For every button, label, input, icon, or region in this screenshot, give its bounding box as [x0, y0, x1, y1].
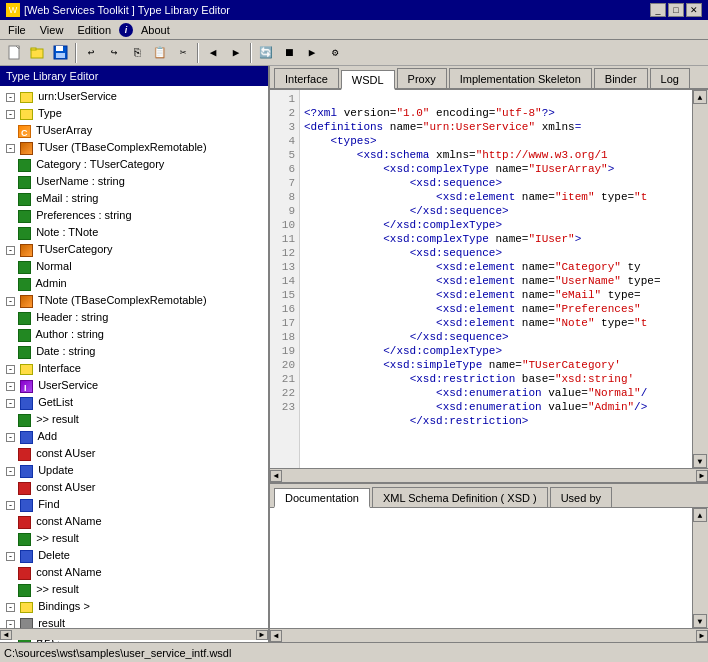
- tree-item-update[interactable]: - Update: [2, 462, 266, 479]
- tab-documentation[interactable]: Documentation: [274, 488, 370, 508]
- tree-item-userservice[interactable]: - UserService: [2, 377, 266, 394]
- v-scrollbar-bottom[interactable]: ▲ ▼: [692, 508, 708, 628]
- tree-item-author[interactable]: Author : string: [2, 326, 266, 343]
- menu-view[interactable]: View: [34, 22, 70, 38]
- tree-item-tnote[interactable]: - TNote (TBaseComplexRemotable): [2, 292, 266, 309]
- scroll-down-btn[interactable]: ▼: [693, 454, 707, 468]
- tree-item-find[interactable]: - Find: [2, 496, 266, 513]
- expand-update[interactable]: -: [6, 467, 15, 476]
- bottom-h-scroll-left[interactable]: ◀: [270, 630, 282, 642]
- expand-bindings[interactable]: -: [6, 603, 15, 612]
- tree-item-add-auser[interactable]: const AUser: [2, 445, 266, 462]
- tree-item-username[interactable]: UserName : string: [2, 173, 266, 190]
- svg-rect-2: [31, 48, 36, 50]
- scroll-left-btn[interactable]: ◀: [0, 630, 12, 640]
- window-title: [Web Services Toolkit ] Type Library Edi…: [24, 4, 230, 16]
- tab-used-by[interactable]: Used by: [550, 487, 612, 507]
- tree-item-find-result[interactable]: >> result: [2, 530, 266, 547]
- expand-delete[interactable]: -: [6, 552, 15, 561]
- save-button[interactable]: [50, 42, 72, 64]
- v-scrollbar-code[interactable]: ▲ ▼: [692, 90, 708, 468]
- back-button[interactable]: ◀: [202, 42, 224, 64]
- tree-item-delete[interactable]: - Delete: [2, 547, 266, 564]
- refresh-button[interactable]: 🔄: [255, 42, 277, 64]
- tree-item-admin[interactable]: Admin: [2, 275, 266, 292]
- tree-item-preferences[interactable]: Preferences : string: [2, 207, 266, 224]
- tree-item-tusercategory[interactable]: - TUserCategory: [2, 241, 266, 258]
- status-bar: C:\sources\wst\samples\user_service_intf…: [0, 642, 708, 662]
- menu-file[interactable]: File: [2, 22, 32, 38]
- tab-implementation-skeleton[interactable]: Implementation Skeleton: [449, 68, 592, 88]
- new-button[interactable]: [4, 42, 26, 64]
- menu-about[interactable]: About: [135, 22, 176, 38]
- expand-getlist[interactable]: -: [6, 399, 15, 408]
- tree-item-tuserarray[interactable]: TUserArray: [2, 122, 266, 139]
- cut-button[interactable]: ✂: [172, 42, 194, 64]
- info-icon: i: [119, 23, 133, 37]
- expand-tnote[interactable]: -: [6, 297, 15, 306]
- tree-item-header[interactable]: Header : string: [2, 309, 266, 326]
- tree-item-type[interactable]: - Type: [2, 105, 266, 122]
- h-scrollbar-left[interactable]: ◀ ▶: [0, 628, 268, 640]
- menu-edition[interactable]: Edition: [71, 22, 117, 38]
- paste-button[interactable]: 📋: [149, 42, 171, 64]
- tree-item-update-auser[interactable]: const AUser: [2, 479, 266, 496]
- tab-wsdl[interactable]: WSDL: [341, 70, 395, 90]
- code-scroll-right[interactable]: ▶: [696, 470, 708, 482]
- tree-item-email[interactable]: eMail : string: [2, 190, 266, 207]
- tree-item-tuser[interactable]: - TUser (TBaseComplexRemotable): [2, 139, 266, 156]
- tree-item-getlist[interactable]: - GetList: [2, 394, 266, 411]
- tree-container[interactable]: - urn:UserService - Type TUserArray: [0, 86, 268, 642]
- open-button[interactable]: [27, 42, 49, 64]
- expand-tuser[interactable]: -: [6, 144, 15, 153]
- h-scrollbar-bottom[interactable]: ◀ ▶: [270, 628, 708, 642]
- forward-button[interactable]: ▶: [225, 42, 247, 64]
- undo-button[interactable]: ↩: [80, 42, 102, 64]
- tree-item-find-aname[interactable]: const AName: [2, 513, 266, 530]
- left-panel-header: Type Library Editor: [0, 66, 268, 86]
- scroll-up-btn[interactable]: ▲: [693, 90, 707, 104]
- tab-proxy[interactable]: Proxy: [397, 68, 447, 88]
- expand-userservice[interactable]: -: [6, 382, 15, 391]
- bottom-scroll-up[interactable]: ▲: [693, 508, 707, 522]
- close-button[interactable]: ✕: [686, 3, 702, 17]
- bottom-scroll-down[interactable]: ▼: [693, 614, 707, 628]
- tree-item-root[interactable]: - urn:UserService: [2, 88, 266, 105]
- tree-item-normal[interactable]: Normal: [2, 258, 266, 275]
- expand-find[interactable]: -: [6, 501, 15, 510]
- redo-button[interactable]: ↪: [103, 42, 125, 64]
- settings-button[interactable]: ⚙: [324, 42, 346, 64]
- run-button[interactable]: ▶: [301, 42, 323, 64]
- tree-item-interface[interactable]: - Interface: [2, 360, 266, 377]
- bottom-h-scroll-right[interactable]: ▶: [696, 630, 708, 642]
- expand-tusercategory[interactable]: -: [6, 246, 15, 255]
- maximize-button[interactable]: □: [668, 3, 684, 17]
- tree-item-note[interactable]: Note : TNote: [2, 224, 266, 241]
- result-icon: [18, 584, 31, 597]
- expand-interface[interactable]: -: [6, 365, 15, 374]
- title-bar: W [Web Services Toolkit ] Type Library E…: [0, 0, 708, 20]
- tree-item-getlist-result[interactable]: >> result: [2, 411, 266, 428]
- scroll-right-btn[interactable]: ▶: [256, 630, 268, 640]
- tree-item-category[interactable]: Category : TUserCategory: [2, 156, 266, 173]
- stop-button[interactable]: ⏹: [278, 42, 300, 64]
- tree-item-delete-result[interactable]: >> result: [2, 581, 266, 598]
- prop-icon: [18, 193, 31, 206]
- tree-item-delete-aname[interactable]: const AName: [2, 564, 266, 581]
- bottom-tab-bar: Documentation XML Schema Definition ( XS…: [270, 484, 708, 508]
- code-scroll-left[interactable]: ◀: [270, 470, 282, 482]
- tab-xsd[interactable]: XML Schema Definition ( XSD ): [372, 487, 548, 507]
- expand-root[interactable]: -: [6, 93, 15, 102]
- tab-binder[interactable]: Binder: [594, 68, 648, 88]
- copy-button[interactable]: ⎘: [126, 42, 148, 64]
- h-scrollbar-code[interactable]: ◀ ▶: [270, 468, 708, 482]
- tab-log[interactable]: Log: [650, 68, 690, 88]
- tree-item-bindings[interactable]: - Bindings >: [2, 598, 266, 615]
- tab-interface[interactable]: Interface: [274, 68, 339, 88]
- tree-item-add[interactable]: - Add: [2, 428, 266, 445]
- minimize-button[interactable]: _: [650, 3, 666, 17]
- expand-add[interactable]: -: [6, 433, 15, 442]
- code-area[interactable]: 1 2 3 4 5 6 7 8 9 10 11 12 13 14: [270, 90, 692, 468]
- tree-item-date[interactable]: Date : string: [2, 343, 266, 360]
- expand-type[interactable]: -: [6, 110, 15, 119]
